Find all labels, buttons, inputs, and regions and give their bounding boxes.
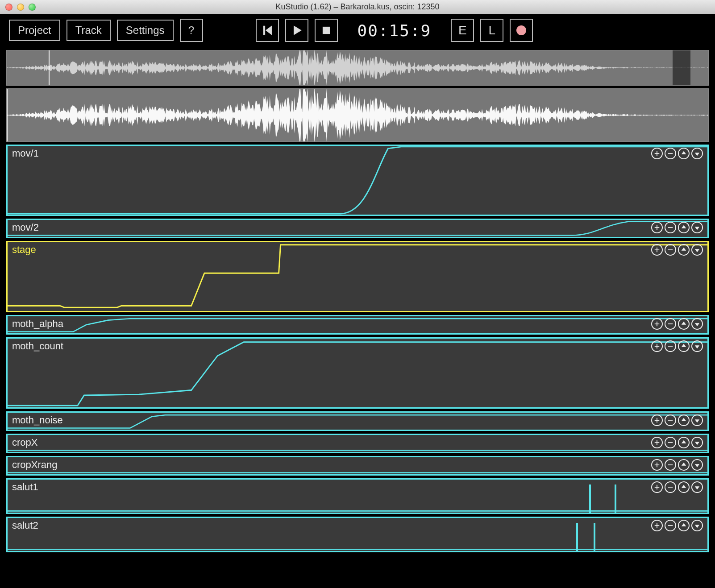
track-row[interactable]: stage [6,241,709,312]
automation-curve[interactable] [8,480,707,513]
track-row[interactable]: moth_count [6,337,709,409]
automation-curve[interactable] [8,242,707,311]
automation-curve[interactable] [8,435,707,452]
track-add-button[interactable] [651,481,663,493]
track-remove-button[interactable] [665,222,676,233]
help-button[interactable]: ? [180,19,203,42]
track-controls [651,222,703,233]
track-move-down-button[interactable] [691,520,703,531]
track-remove-button[interactable] [665,481,676,493]
track-controls [651,520,703,531]
track-row[interactable]: cropXrang [6,456,709,476]
track-move-up-button[interactable] [678,318,690,330]
track-move-down-button[interactable] [691,437,703,448]
track-remove-button[interactable] [665,520,676,531]
track-row[interactable]: mov/2 [6,219,709,238]
track-move-down-button[interactable] [691,148,703,159]
arrow-down-icon [694,417,700,423]
track-remove-button[interactable] [665,148,676,159]
track-list: mov/1mov/2stagemoth_alphamoth_countmoth_… [6,145,709,552]
record-icon [516,25,526,35]
zoom-window-button[interactable] [29,4,36,11]
arrow-up-icon [681,417,687,423]
track-add-button[interactable] [651,340,663,352]
track-remove-button[interactable] [665,437,676,448]
track-add-button[interactable] [651,222,663,233]
track-add-button[interactable] [651,318,663,330]
automation-curve[interactable] [8,413,707,430]
track-row[interactable]: mov/1 [6,145,709,216]
automation-curve[interactable] [8,316,707,333]
arrow-up-icon [681,462,687,468]
track-move-up-button[interactable] [678,148,690,159]
track-move-down-button[interactable] [691,340,703,352]
track-controls [651,459,703,471]
track-move-up-button[interactable] [678,481,690,493]
track-row[interactable]: salut2 [6,517,709,552]
automation-curve[interactable] [8,146,707,215]
track-add-button[interactable] [651,414,663,426]
plus-icon [654,522,660,529]
track-add-button[interactable] [651,520,663,531]
play-button[interactable] [285,19,308,42]
track-move-down-button[interactable] [691,459,703,471]
track-row[interactable]: salut1 [6,478,709,514]
track-move-up-button[interactable] [678,222,690,233]
track-row[interactable]: moth_noise [6,411,709,431]
playhead-marker[interactable] [49,50,50,85]
overview-end-region [673,50,690,85]
arrow-up-icon [681,321,687,327]
track-move-up-button[interactable] [678,414,690,426]
waveform-icon [7,50,708,85]
l-toggle-button[interactable]: L [480,19,503,42]
project-menu-button[interactable]: Project [9,20,60,41]
track-move-down-button[interactable] [691,481,703,493]
track-remove-button[interactable] [665,318,676,330]
track-menu-button[interactable]: Track [67,20,111,41]
track-controls [651,148,703,159]
track-row[interactable]: cropX [6,434,709,453]
e-toggle-button[interactable]: E [451,19,474,42]
track-move-down-button[interactable] [691,244,703,256]
arrow-up-icon [681,522,687,529]
automation-curve[interactable] [8,220,707,237]
play-from-start-button[interactable] [256,19,279,42]
track-move-up-button[interactable] [678,244,690,256]
track-move-up-button[interactable] [678,520,690,531]
track-add-button[interactable] [651,244,663,256]
track-add-button[interactable] [651,437,663,448]
track-move-down-button[interactable] [691,222,703,233]
close-window-button[interactable] [5,4,12,11]
track-remove-button[interactable] [665,340,676,352]
track-add-button[interactable] [651,148,663,159]
automation-curve[interactable] [8,457,707,474]
overview-waveform-small[interactable] [6,50,709,86]
timecode-display: 00:15:9 [358,21,432,40]
track-add-button[interactable] [651,459,663,471]
track-remove-button[interactable] [665,244,676,256]
arrow-down-icon [694,522,700,529]
track-controls [651,340,703,352]
minimize-window-button[interactable] [17,4,24,11]
automation-curve[interactable] [8,339,707,407]
minus-icon [667,522,673,529]
track-remove-button[interactable] [665,414,676,426]
plus-icon [654,462,660,468]
automation-curve[interactable] [8,518,707,551]
record-button[interactable] [510,19,533,42]
arrow-down-icon [694,484,700,490]
track-move-down-button[interactable] [691,318,703,330]
track-move-up-button[interactable] [678,459,690,471]
window-title: KuStudio (1.62) – Barkarola.kus, oscin: … [0,2,715,12]
track-move-up-button[interactable] [678,340,690,352]
playhead-marker[interactable] [7,89,8,141]
track-remove-button[interactable] [665,459,676,471]
settings-menu-button[interactable]: Settings [117,20,174,41]
overview-waveform-large[interactable] [6,88,709,142]
track-move-up-button[interactable] [678,437,690,448]
track-row[interactable]: moth_alpha [6,315,709,335]
minus-icon [667,247,673,253]
stop-button[interactable] [315,19,338,42]
waveform-icon [7,89,708,141]
track-move-down-button[interactable] [691,414,703,426]
